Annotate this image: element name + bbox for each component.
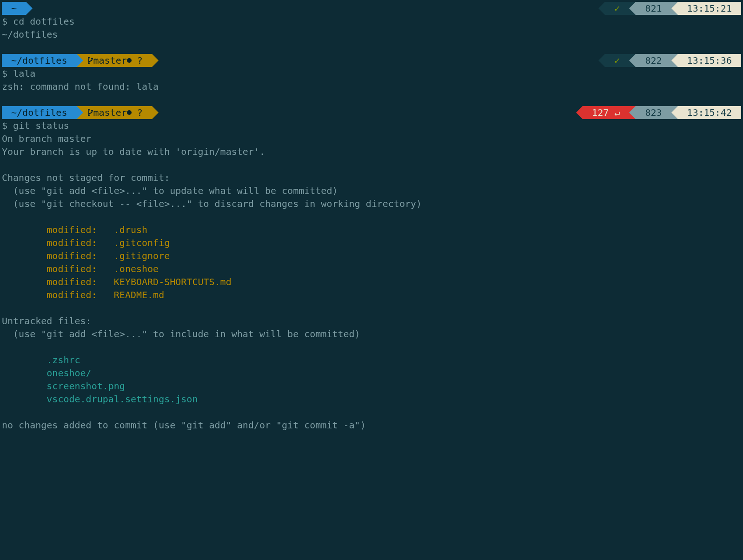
cwd: ~: [6, 2, 22, 15]
prompt-right: ✓ 822 13:15:36: [598, 54, 741, 67]
output-line: modified: .gitignore: [2, 249, 741, 262]
command-text: lala: [13, 68, 35, 79]
git-dirty-icon: [127, 58, 132, 63]
prompt-row: ~/dotfiles master ? ✓ 822 13:15:36: [2, 54, 741, 67]
git-branch-icon: [87, 54, 93, 67]
output-line: [2, 301, 741, 314]
path-segment: ~/dotfiles: [2, 54, 77, 67]
timestamp: 13:15:21: [682, 2, 737, 15]
check-icon: ✓: [609, 2, 625, 15]
command-text: git status: [13, 120, 69, 131]
timestamp: 13:15:42: [682, 106, 737, 119]
command-text: cd dotfiles: [13, 16, 74, 27]
prompt-left: ~/dotfiles master ?: [2, 106, 159, 119]
prompt-right: 127 ↵ 823 13:15:42: [576, 106, 741, 119]
command-line[interactable]: $ cd dotfiles: [2, 15, 741, 28]
output-line: modified: README.md: [2, 288, 741, 301]
prompt-row: ~/dotfiles master ? 127 ↵ 823 13:15:42: [2, 106, 741, 119]
output-line: modified: .drush: [2, 223, 741, 236]
command-line[interactable]: $ git status: [2, 119, 741, 132]
output-line: [2, 340, 741, 353]
git-untracked-flag: ?: [132, 54, 148, 67]
status-ok-segment: ✓: [605, 54, 629, 67]
prompt-symbol: $: [2, 120, 13, 131]
command-block: ~ ✓ 821 13:15:21 $ cd dotfiles~/dotfiles: [2, 2, 741, 41]
output-line: .zshrc: [2, 353, 741, 367]
prompt-left: ~: [2, 2, 33, 15]
prompt-left: ~/dotfiles master ?: [2, 54, 159, 67]
history-number: 821: [639, 2, 667, 15]
cwd: ~/dotfiles: [6, 54, 73, 67]
command-block: ~/dotfiles master ? ✓ 822 13:15:36 $ lal…: [2, 54, 741, 93]
timestamp: 13:15:36: [682, 54, 737, 67]
output-line: oneshoe/: [2, 367, 741, 380]
path-segment: ~/dotfiles: [2, 106, 77, 119]
output-line: modified: .gitconfig: [2, 236, 741, 249]
exit-code: 127: [586, 106, 614, 119]
prompt-row: ~ ✓ 821 13:15:21: [2, 2, 741, 15]
terminal[interactable]: ~ ✓ 821 13:15:21 $ cd dotfiles~/dotfiles…: [2, 2, 741, 432]
history-number: 822: [639, 54, 667, 67]
history-number: 823: [639, 106, 667, 119]
output-line: On branch master: [2, 132, 741, 145]
output-line: modified: .oneshoe: [2, 262, 741, 275]
git-branch-icon: [87, 106, 93, 119]
prompt-right: ✓ 821 13:15:21: [598, 2, 741, 15]
time-segment: 13:15:36: [678, 54, 741, 67]
git-branch: master: [93, 54, 127, 67]
svg-point-5: [91, 110, 93, 112]
output-line: (use "git add <file>..." to update what …: [2, 184, 741, 197]
output-line: (use "git checkout -- <file>..." to disc…: [2, 197, 741, 210]
git-segment: master ?: [83, 54, 152, 67]
cwd: ~/dotfiles: [6, 106, 73, 119]
check-icon: ✓: [609, 54, 625, 67]
svg-point-0: [88, 57, 90, 59]
status-ok-segment: ✓: [605, 2, 629, 15]
history-segment: 822: [636, 54, 671, 67]
exit-code-segment: 127 ↵: [583, 106, 629, 119]
history-segment: 823: [636, 106, 671, 119]
svg-point-4: [88, 114, 90, 116]
git-branch: master: [93, 106, 127, 119]
output-line: (use "git add <file>..." to include in w…: [2, 327, 741, 340]
path-segment: ~: [2, 2, 26, 15]
output-line: zsh: command not found: lala: [2, 80, 741, 93]
output-line: screenshot.png: [2, 380, 741, 393]
command-line[interactable]: $ lala: [2, 67, 741, 80]
git-dirty-icon: [127, 110, 132, 115]
git-untracked-flag: ?: [132, 106, 148, 119]
output-line: modified: KEYBOARD-SHORTCUTS.md: [2, 275, 741, 288]
output-line: no changes added to commit (use "git add…: [2, 419, 741, 432]
prompt-symbol: $: [2, 16, 13, 27]
output-line: [2, 158, 741, 171]
svg-point-3: [88, 109, 90, 111]
time-segment: 13:15:21: [678, 2, 741, 15]
output-line: Changes not staged for commit:: [2, 171, 741, 184]
output-line: Your branch is up to date with 'origin/m…: [2, 145, 741, 158]
history-segment: 821: [636, 2, 671, 15]
return-icon: ↵: [614, 106, 625, 119]
command-block: ~/dotfiles master ? 127 ↵ 823 13:15:42 $…: [2, 106, 741, 432]
output-line: ~/dotfiles: [2, 28, 741, 41]
svg-point-2: [91, 58, 93, 60]
time-segment: 13:15:42: [678, 106, 741, 119]
prompt-symbol: $: [2, 68, 13, 79]
svg-point-1: [88, 62, 90, 64]
output-line: [2, 406, 741, 419]
output-line: vscode.drupal.settings.json: [2, 393, 741, 406]
git-segment: master ?: [83, 106, 152, 119]
output-line: [2, 210, 741, 223]
output-line: Untracked files:: [2, 314, 741, 327]
